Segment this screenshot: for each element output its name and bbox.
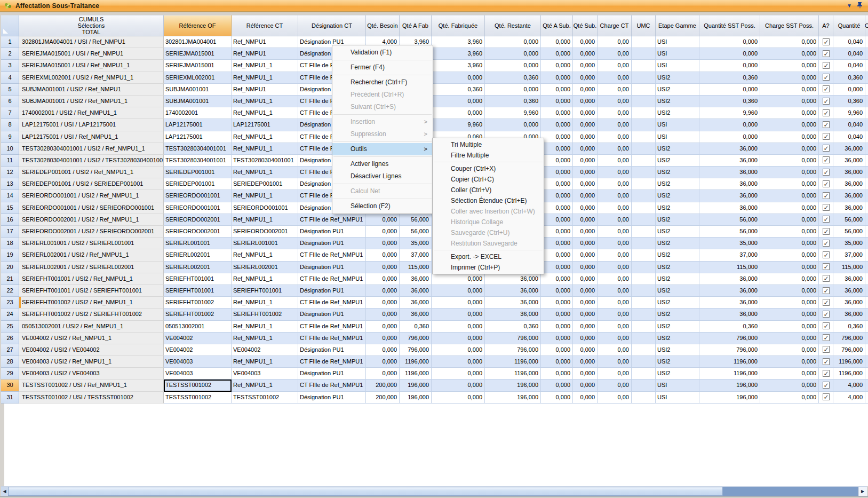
cell-sub[interactable]: 0,000 — [573, 285, 598, 297]
cell-ref_ct[interactable]: VE004003 — [232, 368, 298, 380]
menu-item-export-excel[interactable]: Export. -> EXCEL — [433, 251, 544, 262]
cell-ref_ct[interactable]: Ref_NMPU1 — [232, 84, 298, 96]
cell-ref_ct[interactable]: SERIEORDO001001 — [232, 202, 298, 214]
cell-sliver[interactable] — [865, 167, 868, 178]
cell-a[interactable] — [819, 202, 833, 214]
cell-quantite[interactable]: 1196,000 — [833, 356, 865, 368]
row-checkbox[interactable] — [823, 299, 830, 306]
cell-etape[interactable]: USI2 — [656, 190, 699, 202]
cell-restante[interactable]: 0,360 — [485, 321, 541, 333]
cell-ref_of[interactable]: LAP12175001 — [164, 119, 232, 131]
cell-umc[interactable] — [632, 143, 656, 155]
cell-a_sub[interactable]: 0,000 — [541, 285, 573, 297]
cell-besoin[interactable]: 0,000 — [366, 368, 400, 380]
cell-ref_of[interactable]: SERIEXML002001 — [164, 72, 232, 84]
row-checkbox[interactable] — [823, 109, 830, 116]
cell-ref_of[interactable]: SERIEORDO001001 — [164, 202, 232, 214]
cell-etape[interactable]: USI2 — [656, 143, 699, 155]
row-number[interactable]: 23 — [1, 297, 19, 309]
cell-umc[interactable] — [632, 321, 656, 333]
cell-restante[interactable]: 9,960 — [485, 107, 541, 119]
column-header-a_fab[interactable]: Qté A Fab — [400, 15, 432, 36]
cell-restante[interactable]: 0,000 — [485, 48, 541, 60]
cell-charge_sst[interactable]: 0,000 — [760, 392, 819, 404]
cell-ref_ct[interactable]: Ref_NMPU1_1 — [232, 143, 298, 155]
cell-cumuls[interactable]: SERIEFHT001002 / USI2 / SERIEFHT001002 — [19, 309, 164, 320]
cell-ref_of[interactable]: TEST30280304001001 — [164, 143, 232, 155]
cell-quantite[interactable]: 0,040 — [833, 60, 865, 72]
cell-sub[interactable]: 0,000 — [573, 155, 598, 167]
row-number[interactable]: 27 — [1, 344, 19, 356]
cell-etape[interactable]: USI2 — [656, 178, 699, 190]
cell-sub[interactable]: 0,000 — [573, 226, 598, 238]
cell-a[interactable] — [819, 321, 833, 333]
cell-a[interactable] — [819, 333, 833, 344]
cell-umc[interactable] — [632, 48, 656, 60]
column-header-besoin[interactable]: Qté. Besoin — [366, 15, 400, 36]
cell-ref_of[interactable]: 302801JMA004001 — [164, 36, 232, 48]
cell-sub[interactable]: 0,000 — [573, 131, 598, 143]
cell-q_sst[interactable]: 56,000 — [699, 226, 760, 238]
cell-charge_ct[interactable]: 0,00 — [598, 226, 632, 238]
cell-fabriquee[interactable]: 3,960 — [432, 60, 485, 72]
cell-fabriquee[interactable]: 0,000 — [432, 273, 485, 285]
cell-umc[interactable] — [632, 107, 656, 119]
cell-besoin[interactable]: 0,000 — [366, 309, 400, 320]
row-number[interactable]: 16 — [1, 214, 19, 226]
cell-a_fab[interactable]: 115,000 — [400, 262, 432, 273]
cell-charge_ct[interactable]: 0,00 — [598, 60, 632, 72]
cell-charge_sst[interactable]: 0,000 — [760, 238, 819, 249]
cell-a_fab[interactable]: 36,000 — [400, 297, 432, 309]
cell-a_sub[interactable]: 0,000 — [541, 60, 573, 72]
cell-ref_ct[interactable]: Ref_NMPU1_1 — [232, 297, 298, 309]
cell-fabriquee[interactable]: 0,000 — [432, 356, 485, 368]
cell-besoin[interactable]: 0,000 — [366, 333, 400, 344]
row-checkbox[interactable] — [823, 121, 830, 128]
cell-ref_of[interactable]: 050513002001 — [164, 321, 232, 333]
cell-charge_ct[interactable]: 0,00 — [598, 155, 632, 167]
column-header-sub[interactable]: Qté Sub. — [573, 15, 598, 36]
cell-charge_sst[interactable]: 0,000 — [760, 36, 819, 48]
cell-sliver[interactable] — [865, 119, 868, 131]
cell-a_sub[interactable]: 0,000 — [541, 392, 573, 404]
row-number[interactable]: 29 — [1, 368, 19, 380]
cell-a[interactable] — [819, 392, 833, 404]
row-number[interactable]: 28 — [1, 356, 19, 368]
cell-charge_ct[interactable]: 0,00 — [598, 84, 632, 96]
cell-ref_ct[interactable]: SERIEFHT001002 — [232, 309, 298, 320]
cell-designation[interactable]: Désignation PU1 — [298, 238, 366, 249]
cell-a[interactable] — [819, 297, 833, 309]
cell-a[interactable] — [819, 226, 833, 238]
cell-etape[interactable]: USI — [656, 380, 699, 391]
cell-q_sst[interactable]: 36,000 — [699, 155, 760, 167]
cell-ref_of[interactable]: SERIEORDO002001 — [164, 214, 232, 226]
cell-charge_ct[interactable]: 0,00 — [598, 344, 632, 356]
cell-ref_ct[interactable]: SERIEDEP001001 — [232, 178, 298, 190]
cell-a_sub[interactable]: 0,000 — [541, 178, 573, 190]
cell-cumuls[interactable]: TEST30280304001001 / USI2 / TEST30280304… — [19, 155, 164, 167]
row-number[interactable]: 24 — [1, 309, 19, 320]
cell-ref_ct[interactable]: Ref_NMPU1_1 — [232, 214, 298, 226]
cell-umc[interactable] — [632, 238, 656, 249]
cell-sub[interactable]: 0,000 — [573, 368, 598, 380]
cell-etape[interactable]: USI2 — [656, 84, 699, 96]
cell-ref_ct[interactable]: SERIEORDO002001 — [232, 226, 298, 238]
select-all-corner[interactable] — [1, 15, 19, 36]
cell-umc[interactable] — [632, 119, 656, 131]
column-header-fabriquee[interactable]: Qté. Fabriquée — [432, 15, 485, 36]
cell-a_sub[interactable]: 0,000 — [541, 96, 573, 107]
cell-ref_ct[interactable]: Ref_NMPU1 — [232, 48, 298, 60]
row-number[interactable]: 11 — [1, 155, 19, 167]
cell-quantite[interactable]: 35,000 — [833, 238, 865, 249]
row-number[interactable]: 26 — [1, 333, 19, 344]
cell-a_fab[interactable]: 1196,000 — [400, 356, 432, 368]
cell-charge_ct[interactable]: 0,00 — [598, 238, 632, 249]
cell-q_sst[interactable]: 0,000 — [699, 48, 760, 60]
cell-quantite[interactable]: 0,000 — [833, 84, 865, 96]
cell-fabriquee[interactable]: 0,000 — [432, 96, 485, 107]
column-header-cumuls[interactable]: CUMULS Sélections TOTAL — [19, 15, 164, 36]
cell-sliver[interactable] — [865, 202, 868, 214]
cell-charge_ct[interactable]: 0,00 — [598, 107, 632, 119]
column-header-designation[interactable]: Désignation CT — [298, 15, 366, 36]
cell-cumuls[interactable]: TESTSST001002 / USI / TESTSST001002 — [19, 392, 164, 404]
